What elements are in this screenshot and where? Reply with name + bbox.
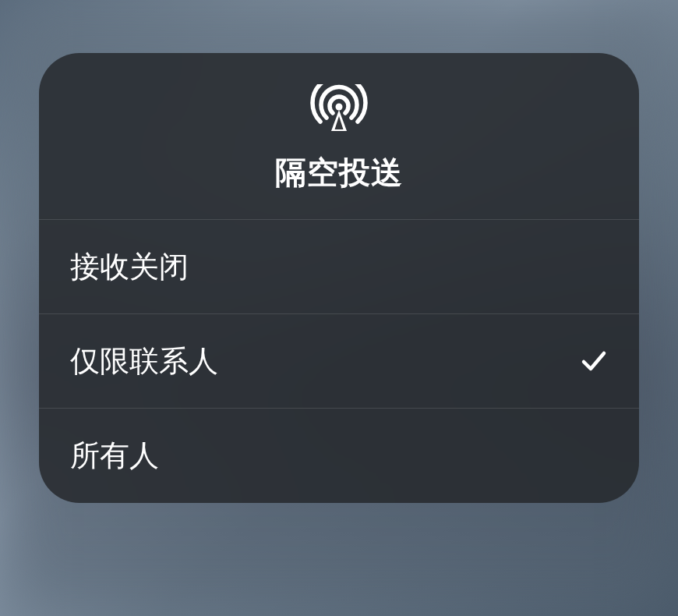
svg-point-0 — [336, 104, 343, 111]
panel-title: 隔空投送 — [275, 151, 403, 194]
option-label: 所有人 — [70, 436, 159, 476]
option-label: 接收关闭 — [70, 247, 189, 287]
panel-header: 隔空投送 — [39, 53, 639, 220]
checkmark-icon — [580, 347, 608, 375]
option-everyone[interactable]: 所有人 — [39, 409, 639, 503]
option-label: 仅限联系人 — [70, 342, 218, 381]
options-list: 接收关闭 仅限联系人 所有人 — [39, 220, 639, 503]
airdrop-settings-panel: 隔空投送 接收关闭 仅限联系人 所有人 — [39, 53, 639, 503]
option-contacts-only[interactable]: 仅限联系人 — [39, 314, 639, 409]
airdrop-icon — [308, 84, 370, 133]
option-receiving-off[interactable]: 接收关闭 — [39, 220, 639, 314]
